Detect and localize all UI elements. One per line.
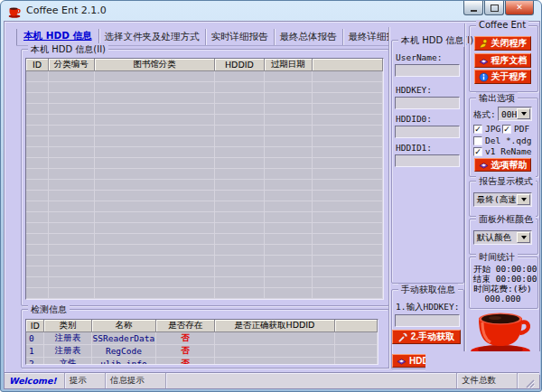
frame-color-value: 默认颜色 [477,232,511,244]
checkbox-label: JPG [485,124,500,134]
column-header: 是否正确获取HDDID [215,320,335,332]
book-icon [479,56,489,66]
checkbox-label: v1 ReName [485,146,531,156]
field-input-hddid1[interactable] [395,154,460,167]
format-label: 格式: [473,109,496,121]
column-separator [388,27,390,369]
tab-5[interactable]: 最终详细报告 [343,29,388,45]
status-info-hint: 信息提示 [106,373,166,388]
button-label: 程序文档 [491,54,528,67]
column-header [335,320,378,332]
program-doc-button[interactable]: 程序文档 [474,53,531,68]
field-label-username: UserName: [396,52,442,62]
group-output-options-title: 输出选项 [476,92,518,105]
empty-row [26,299,383,300]
group-detect-info-title: 检测信息 [28,303,70,316]
empty-row [26,93,383,104]
empty-row [26,169,383,180]
checkbox-delqdg[interactable]: Del *.qdg [473,135,531,145]
empty-row [26,277,383,288]
checkbox-label: PDF [514,124,529,134]
close-icon: ✕ [516,4,523,12]
empty-row [26,201,383,212]
wrench-icon [398,332,408,342]
table-row[interactable]: 1注册表RegCode否 [26,345,378,358]
manual-hddkey-input[interactable] [395,314,460,327]
column-header [313,59,383,71]
field-input-username[interactable] [395,64,460,77]
unchecked-checkbox-icon[interactable] [473,136,482,145]
status-spacer [166,373,457,388]
minimize-button[interactable] [463,1,483,15]
frame-color-combobox[interactable]: 默认颜色 [473,230,532,245]
empty-row [26,82,383,93]
status-files-total: 文件总数 [457,373,518,388]
checkbox-jpg[interactable]: ✓JPG [473,124,500,134]
empty-row [26,212,383,223]
status-welcome: Welcome! [5,373,65,388]
field-label-hddkey: HDDKEY: [396,85,432,95]
hdd-info-table[interactable]: ID分类编号图书馆分类HDDID过期日期 [25,58,384,300]
caption-buttons: ✕ [463,1,534,15]
time-cost-value: 000.000 [469,294,537,303]
field-label-hddid1: HDDID1: [396,143,432,153]
table-row[interactable]: 0注册表SSReaderData否 [26,332,378,345]
close-button[interactable]: ✕ [505,1,534,15]
group-frame-color-title: 面板外框颜色 [476,213,536,226]
options-help-label: 选项帮助 [491,159,528,172]
empty-row [26,147,383,158]
resize-grip[interactable] [518,373,539,388]
maximize-button[interactable] [484,1,504,15]
info-icon [479,72,489,82]
column-header: 图书馆分类 [95,59,215,71]
checkbox-label: Del *.qdg [485,135,531,145]
book-icon [479,160,489,170]
field-input-hddid0[interactable] [395,126,460,138]
manual-get-button[interactable]: 2.手动获取 [392,330,461,344]
empty-row [26,266,383,277]
detect-info-table[interactable]: ID类别名称是否存在是否正确获取HDDID0注册表SSReaderData否1注… [25,319,378,365]
about-program-button[interactable]: 关于程序 [474,70,531,84]
empty-row [26,71,383,82]
manual-step1-label: 1.输入HDDKEY: [396,302,459,313]
tab-4[interactable]: 最终总体报告 [275,29,343,45]
group-coffee-ent-title: Coffee Ent [476,20,528,30]
empty-row [26,104,383,115]
empty-row [26,136,383,147]
minimize-icon [471,10,477,12]
checkbox-pdf[interactable]: ✓PDF [502,124,529,134]
tab-2[interactable]: 选择文件夹及处理方式 [99,29,206,45]
column-header: ID [26,320,44,332]
close-program-button[interactable]: 关闭程序 [474,36,531,51]
maximize-icon [491,5,499,12]
tab-3[interactable]: 实时详细报告 [206,29,275,45]
checked-checkbox-icon[interactable]: ✓ [473,147,482,156]
checkbox-v1rename[interactable]: ✓v1 ReName [473,146,531,156]
checked-checkbox-icon[interactable]: ✓ [502,125,511,134]
group-hdd-info-2-title: 本机 HDD 信息(II) [28,43,108,56]
column-header: 名称 [92,320,157,332]
app-window: Coffee Ent 2.1.0 ✕ 本机 HDD 信息选择文件夹及处理方式实时… [0,0,542,392]
chevron-down-icon[interactable] [517,232,530,243]
checked-checkbox-icon[interactable]: ✓ [473,125,482,134]
column-header: 过期日期 [265,59,313,71]
empty-row [26,180,383,191]
chevron-down-icon[interactable] [517,108,530,119]
person-icon [479,39,489,49]
options-help-button[interactable]: 选项帮助 [474,158,531,172]
empty-row [26,256,383,266]
format-combobox[interactable]: 00H [498,107,532,121]
table-row[interactable]: 2文件ulib.info否 [26,358,378,365]
title-bar[interactable]: Coffee Ent 2.1.0 ✕ [1,1,541,21]
field-input-hddkey[interactable] [395,97,460,109]
empty-row [26,115,383,126]
group-report-mode-title: 报告显示模式 [476,175,536,188]
report-mode-combobox[interactable]: 最终(高速 [473,192,532,207]
button-label: 关于程序 [491,70,528,83]
empty-row [26,245,383,256]
chevron-down-icon[interactable] [517,194,530,205]
status-hint: 提示 [65,373,106,388]
empty-row [26,158,383,169]
column-header: 分类编号 [49,59,95,71]
empty-row [26,191,383,201]
